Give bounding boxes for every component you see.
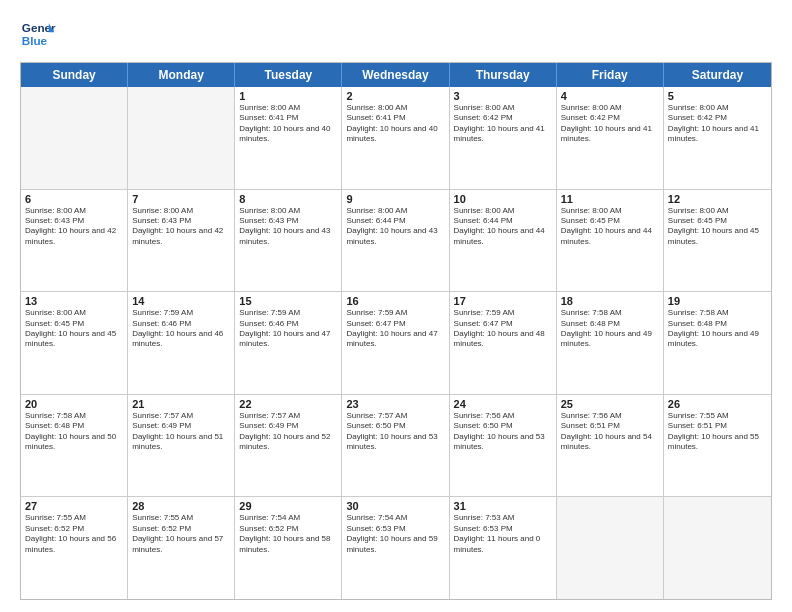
day-number: 23 bbox=[346, 398, 444, 410]
day-cell-24: 24Sunrise: 7:56 AM Sunset: 6:50 PM Dayli… bbox=[450, 395, 557, 497]
day-number: 10 bbox=[454, 193, 552, 205]
day-cell-21: 21Sunrise: 7:57 AM Sunset: 6:49 PM Dayli… bbox=[128, 395, 235, 497]
day-info: Sunrise: 8:00 AM Sunset: 6:43 PM Dayligh… bbox=[132, 206, 230, 248]
day-cell-4: 4Sunrise: 8:00 AM Sunset: 6:42 PM Daylig… bbox=[557, 87, 664, 189]
day-cell-3: 3Sunrise: 8:00 AM Sunset: 6:42 PM Daylig… bbox=[450, 87, 557, 189]
day-cell-20: 20Sunrise: 7:58 AM Sunset: 6:48 PM Dayli… bbox=[21, 395, 128, 497]
day-info: Sunrise: 8:00 AM Sunset: 6:41 PM Dayligh… bbox=[239, 103, 337, 145]
day-cell-2: 2Sunrise: 8:00 AM Sunset: 6:41 PM Daylig… bbox=[342, 87, 449, 189]
calendar-week-1: 1Sunrise: 8:00 AM Sunset: 6:41 PM Daylig… bbox=[21, 87, 771, 189]
calendar-week-3: 13Sunrise: 8:00 AM Sunset: 6:45 PM Dayli… bbox=[21, 291, 771, 394]
day-cell-6: 6Sunrise: 8:00 AM Sunset: 6:43 PM Daylig… bbox=[21, 190, 128, 292]
day-info: Sunrise: 8:00 AM Sunset: 6:43 PM Dayligh… bbox=[239, 206, 337, 248]
day-info: Sunrise: 7:56 AM Sunset: 6:51 PM Dayligh… bbox=[561, 411, 659, 453]
calendar-header: SundayMondayTuesdayWednesdayThursdayFrid… bbox=[21, 63, 771, 87]
day-number: 6 bbox=[25, 193, 123, 205]
day-number: 27 bbox=[25, 500, 123, 512]
day-cell-23: 23Sunrise: 7:57 AM Sunset: 6:50 PM Dayli… bbox=[342, 395, 449, 497]
day-number: 2 bbox=[346, 90, 444, 102]
day-number: 7 bbox=[132, 193, 230, 205]
calendar-week-5: 27Sunrise: 7:55 AM Sunset: 6:52 PM Dayli… bbox=[21, 496, 771, 599]
day-info: Sunrise: 8:00 AM Sunset: 6:42 PM Dayligh… bbox=[454, 103, 552, 145]
day-number: 3 bbox=[454, 90, 552, 102]
day-info: Sunrise: 7:55 AM Sunset: 6:51 PM Dayligh… bbox=[668, 411, 767, 453]
day-number: 30 bbox=[346, 500, 444, 512]
day-header-wednesday: Wednesday bbox=[342, 63, 449, 87]
empty-cell bbox=[21, 87, 128, 189]
day-number: 18 bbox=[561, 295, 659, 307]
day-cell-12: 12Sunrise: 8:00 AM Sunset: 6:45 PM Dayli… bbox=[664, 190, 771, 292]
day-number: 17 bbox=[454, 295, 552, 307]
day-number: 26 bbox=[668, 398, 767, 410]
day-cell-19: 19Sunrise: 7:58 AM Sunset: 6:48 PM Dayli… bbox=[664, 292, 771, 394]
day-info: Sunrise: 7:59 AM Sunset: 6:46 PM Dayligh… bbox=[239, 308, 337, 350]
logo-icon: General Blue bbox=[20, 16, 56, 52]
day-number: 5 bbox=[668, 90, 767, 102]
page: General Blue SundayMondayTuesdayWednesda… bbox=[0, 0, 792, 612]
day-number: 21 bbox=[132, 398, 230, 410]
calendar-week-2: 6Sunrise: 8:00 AM Sunset: 6:43 PM Daylig… bbox=[21, 189, 771, 292]
day-cell-5: 5Sunrise: 8:00 AM Sunset: 6:42 PM Daylig… bbox=[664, 87, 771, 189]
day-info: Sunrise: 7:53 AM Sunset: 6:53 PM Dayligh… bbox=[454, 513, 552, 555]
day-info: Sunrise: 7:54 AM Sunset: 6:53 PM Dayligh… bbox=[346, 513, 444, 555]
calendar-body: 1Sunrise: 8:00 AM Sunset: 6:41 PM Daylig… bbox=[21, 87, 771, 599]
day-info: Sunrise: 8:00 AM Sunset: 6:45 PM Dayligh… bbox=[561, 206, 659, 248]
empty-cell bbox=[664, 497, 771, 599]
day-number: 25 bbox=[561, 398, 659, 410]
day-number: 22 bbox=[239, 398, 337, 410]
day-number: 4 bbox=[561, 90, 659, 102]
calendar: SundayMondayTuesdayWednesdayThursdayFrid… bbox=[20, 62, 772, 600]
day-info: Sunrise: 7:54 AM Sunset: 6:52 PM Dayligh… bbox=[239, 513, 337, 555]
day-cell-11: 11Sunrise: 8:00 AM Sunset: 6:45 PM Dayli… bbox=[557, 190, 664, 292]
empty-cell bbox=[128, 87, 235, 189]
day-info: Sunrise: 8:00 AM Sunset: 6:42 PM Dayligh… bbox=[561, 103, 659, 145]
day-cell-28: 28Sunrise: 7:55 AM Sunset: 6:52 PM Dayli… bbox=[128, 497, 235, 599]
day-number: 8 bbox=[239, 193, 337, 205]
day-info: Sunrise: 7:58 AM Sunset: 6:48 PM Dayligh… bbox=[668, 308, 767, 350]
day-cell-22: 22Sunrise: 7:57 AM Sunset: 6:49 PM Dayli… bbox=[235, 395, 342, 497]
day-cell-30: 30Sunrise: 7:54 AM Sunset: 6:53 PM Dayli… bbox=[342, 497, 449, 599]
day-info: Sunrise: 8:00 AM Sunset: 6:45 PM Dayligh… bbox=[668, 206, 767, 248]
day-cell-1: 1Sunrise: 8:00 AM Sunset: 6:41 PM Daylig… bbox=[235, 87, 342, 189]
day-number: 19 bbox=[668, 295, 767, 307]
day-info: Sunrise: 8:00 AM Sunset: 6:43 PM Dayligh… bbox=[25, 206, 123, 248]
day-number: 12 bbox=[668, 193, 767, 205]
day-info: Sunrise: 8:00 AM Sunset: 6:44 PM Dayligh… bbox=[454, 206, 552, 248]
day-info: Sunrise: 8:00 AM Sunset: 6:45 PM Dayligh… bbox=[25, 308, 123, 350]
day-info: Sunrise: 7:57 AM Sunset: 6:50 PM Dayligh… bbox=[346, 411, 444, 453]
day-info: Sunrise: 7:58 AM Sunset: 6:48 PM Dayligh… bbox=[561, 308, 659, 350]
day-cell-27: 27Sunrise: 7:55 AM Sunset: 6:52 PM Dayli… bbox=[21, 497, 128, 599]
day-header-tuesday: Tuesday bbox=[235, 63, 342, 87]
day-cell-16: 16Sunrise: 7:59 AM Sunset: 6:47 PM Dayli… bbox=[342, 292, 449, 394]
day-info: Sunrise: 8:00 AM Sunset: 6:42 PM Dayligh… bbox=[668, 103, 767, 145]
day-info: Sunrise: 8:00 AM Sunset: 6:41 PM Dayligh… bbox=[346, 103, 444, 145]
day-header-thursday: Thursday bbox=[450, 63, 557, 87]
day-number: 11 bbox=[561, 193, 659, 205]
day-cell-15: 15Sunrise: 7:59 AM Sunset: 6:46 PM Dayli… bbox=[235, 292, 342, 394]
day-cell-17: 17Sunrise: 7:59 AM Sunset: 6:47 PM Dayli… bbox=[450, 292, 557, 394]
day-number: 9 bbox=[346, 193, 444, 205]
day-cell-9: 9Sunrise: 8:00 AM Sunset: 6:44 PM Daylig… bbox=[342, 190, 449, 292]
day-cell-26: 26Sunrise: 7:55 AM Sunset: 6:51 PM Dayli… bbox=[664, 395, 771, 497]
day-info: Sunrise: 8:00 AM Sunset: 6:44 PM Dayligh… bbox=[346, 206, 444, 248]
day-number: 13 bbox=[25, 295, 123, 307]
day-header-sunday: Sunday bbox=[21, 63, 128, 87]
day-number: 15 bbox=[239, 295, 337, 307]
day-number: 20 bbox=[25, 398, 123, 410]
day-cell-25: 25Sunrise: 7:56 AM Sunset: 6:51 PM Dayli… bbox=[557, 395, 664, 497]
day-number: 28 bbox=[132, 500, 230, 512]
day-cell-7: 7Sunrise: 8:00 AM Sunset: 6:43 PM Daylig… bbox=[128, 190, 235, 292]
day-header-friday: Friday bbox=[557, 63, 664, 87]
day-info: Sunrise: 7:59 AM Sunset: 6:47 PM Dayligh… bbox=[346, 308, 444, 350]
calendar-week-4: 20Sunrise: 7:58 AM Sunset: 6:48 PM Dayli… bbox=[21, 394, 771, 497]
day-number: 24 bbox=[454, 398, 552, 410]
empty-cell bbox=[557, 497, 664, 599]
day-info: Sunrise: 7:58 AM Sunset: 6:48 PM Dayligh… bbox=[25, 411, 123, 453]
svg-text:Blue: Blue bbox=[22, 34, 48, 47]
day-cell-31: 31Sunrise: 7:53 AM Sunset: 6:53 PM Dayli… bbox=[450, 497, 557, 599]
day-info: Sunrise: 7:55 AM Sunset: 6:52 PM Dayligh… bbox=[132, 513, 230, 555]
day-number: 1 bbox=[239, 90, 337, 102]
day-number: 31 bbox=[454, 500, 552, 512]
day-header-saturday: Saturday bbox=[664, 63, 771, 87]
day-number: 16 bbox=[346, 295, 444, 307]
